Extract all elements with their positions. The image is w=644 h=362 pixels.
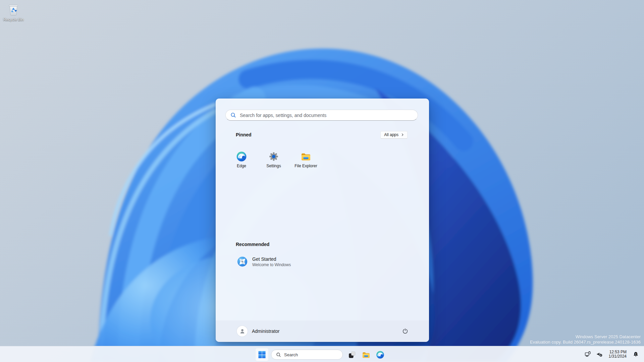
watermark-line1: Windows Server 2025 Datacenter: [530, 334, 641, 340]
notification-bell-button[interactable]: [630, 348, 641, 361]
user-avatar-icon: [239, 328, 246, 335]
pinned-app-label: File Explorer: [294, 164, 317, 168]
pinned-app-file-explorer[interactable]: File Explorer: [290, 148, 322, 177]
recommended-item-subtitle: Welcome to Windows: [252, 262, 291, 267]
chevron-right-icon: [401, 133, 404, 136]
volume-muted-icon: [596, 351, 603, 358]
recommended-title: Recommended: [236, 242, 269, 247]
taskbar: Search 12:53 PM 1/31/2024: [0, 346, 644, 362]
task-view-icon: [348, 351, 356, 359]
taskbar-search-icon: [276, 352, 281, 357]
tray-date: 1/31/2024: [609, 354, 627, 359]
taskbar-center-group: Search: [255, 347, 387, 362]
user-name: Administrator: [252, 328, 279, 334]
start-menu-footer: Administrator: [216, 320, 429, 342]
task-view-button[interactable]: [345, 348, 359, 361]
desktop: Recycle Bin Windows Server 2025 Datacent…: [0, 0, 644, 362]
start-menu: Pinned All apps Edge Settings File Explo…: [216, 99, 429, 342]
notification-bell-icon: [632, 351, 639, 358]
pinned-title: Pinned: [236, 132, 252, 137]
evaluation-watermark: Windows Server 2025 Datacenter Evaluatio…: [530, 334, 641, 345]
taskbar-search-label: Search: [284, 352, 298, 357]
network-button[interactable]: [582, 348, 593, 361]
pinned-app-label: Edge: [237, 164, 246, 168]
file-explorer-icon: [362, 351, 370, 359]
start-search-box[interactable]: [225, 110, 418, 121]
network-icon: [584, 351, 591, 358]
pinned-app-label: Settings: [266, 164, 281, 168]
watermark-line2: Evaluation copy. Build 26047.rs_prerelea…: [530, 340, 641, 345]
recommended-item-text: Get Started Welcome to Windows: [252, 256, 291, 267]
file-explorer-icon: [301, 151, 311, 162]
recommended-item-title: Get Started: [252, 256, 291, 262]
pinned-app-edge[interactable]: Edge: [225, 148, 258, 177]
all-apps-button[interactable]: All apps: [380, 131, 408, 139]
power-icon: [402, 328, 409, 335]
windows-logo-icon: [258, 351, 266, 358]
volume-button[interactable]: [594, 348, 605, 361]
recommended-list: Get Started Welcome to Windows: [231, 253, 332, 270]
start-button[interactable]: [255, 348, 269, 361]
recommended-item-get-started[interactable]: Get Started Welcome to Windows: [231, 253, 332, 270]
recycle-bin-icon: [6, 2, 21, 17]
recycle-bin-label: Recycle Bin: [3, 17, 24, 22]
taskbar-file-explorer-button[interactable]: [359, 348, 373, 361]
desktop-icon-recycle-bin[interactable]: Recycle Bin: [2, 2, 24, 22]
taskbar-edge-button[interactable]: [373, 348, 387, 361]
pinned-grid: Edge Settings File Explorer: [225, 148, 419, 177]
start-search-input[interactable]: [240, 113, 418, 118]
power-button[interactable]: [398, 324, 412, 338]
edge-icon: [236, 151, 247, 162]
clock[interactable]: 12:53 PM 1/31/2024: [606, 348, 630, 361]
settings-gear-icon: [268, 151, 279, 162]
taskbar-search[interactable]: Search: [271, 350, 343, 360]
tray-time: 12:53 PM: [609, 350, 627, 355]
all-apps-label: All apps: [384, 132, 398, 137]
user-button[interactable]: Administrator: [233, 324, 283, 339]
get-started-icon: [237, 256, 248, 267]
system-tray: 12:53 PM 1/31/2024: [582, 348, 641, 361]
avatar: [237, 326, 248, 337]
recommended-section-header: Recommended: [236, 241, 269, 247]
pinned-section-header: Pinned All apps: [236, 130, 408, 139]
edge-icon: [376, 351, 384, 359]
search-icon: [230, 112, 236, 118]
pinned-app-settings[interactable]: Settings: [258, 148, 290, 177]
